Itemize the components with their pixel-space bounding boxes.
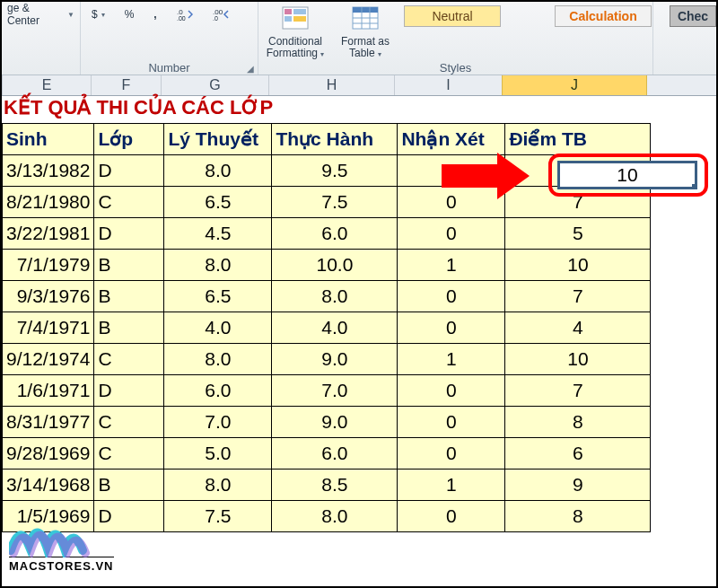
- column-header-E[interactable]: E: [2, 75, 91, 95]
- cell[interactable]: 1/5/1969: [3, 501, 94, 532]
- cell[interactable]: 0: [398, 187, 505, 218]
- cell[interactable]: D: [94, 501, 164, 532]
- cell[interactable]: 0: [398, 375, 505, 407]
- cell[interactable]: 9: [505, 470, 651, 501]
- cell[interactable]: 8.0: [164, 250, 272, 281]
- table-row: 3/13/1982D8.09.510: [3, 155, 651, 187]
- cell[interactable]: 4.0: [272, 312, 398, 344]
- cell[interactable]: 8.5: [272, 470, 398, 501]
- currency-button[interactable]: $▾: [86, 4, 110, 24]
- cell[interactable]: 1: [398, 344, 505, 375]
- column-header-G[interactable]: G: [161, 75, 268, 95]
- cell[interactable]: 0: [398, 438, 505, 470]
- cell[interactable]: 3/14/1968: [3, 470, 94, 501]
- comma-button[interactable]: ,: [148, 4, 162, 24]
- column-header-J[interactable]: J: [502, 75, 647, 95]
- hdr-nhanxet[interactable]: Nhận Xét: [398, 124, 505, 155]
- cell[interactable]: B: [94, 281, 164, 312]
- cell[interactable]: C: [94, 438, 164, 470]
- cell[interactable]: 8.0: [164, 344, 272, 375]
- cell[interactable]: 3/22/1981: [3, 218, 94, 250]
- cell[interactable]: D: [94, 155, 164, 187]
- cell[interactable]: 8/31/1977: [3, 407, 94, 438]
- cell[interactable]: 9/3/1976: [3, 281, 94, 312]
- cell[interactable]: 0: [398, 501, 505, 532]
- cell[interactable]: 8.0: [164, 470, 272, 501]
- hdr-lop[interactable]: Lớp: [94, 124, 164, 155]
- cell[interactable]: 7: [505, 187, 651, 218]
- styles-group-label: Styles: [258, 61, 652, 75]
- cell[interactable]: 6.0: [164, 375, 272, 407]
- dialog-launcher-icon[interactable]: ◢: [247, 64, 254, 74]
- style-neutral[interactable]: Neutral: [404, 5, 501, 27]
- cell[interactable]: 4: [505, 312, 651, 344]
- cell[interactable]: 8: [505, 501, 651, 532]
- cell[interactable]: [398, 155, 505, 187]
- style-calculation[interactable]: Calculation: [555, 5, 652, 27]
- cell[interactable]: 5.0: [164, 438, 272, 470]
- cell[interactable]: 1: [398, 470, 505, 501]
- cell[interactable]: 7.5: [164, 501, 272, 532]
- cell[interactable]: B: [94, 250, 164, 281]
- cell[interactable]: B: [94, 312, 164, 344]
- format-as-table-button[interactable]: Format asTable ▾: [334, 4, 397, 59]
- cell[interactable]: 9.5: [272, 155, 398, 187]
- active-cell[interactable]: 10: [557, 161, 697, 189]
- cell[interactable]: 0: [398, 281, 505, 312]
- cell[interactable]: 10.0: [272, 250, 398, 281]
- cell[interactable]: 7.5: [272, 187, 398, 218]
- style-check-cell[interactable]: Chec: [670, 5, 716, 27]
- hdr-sinh[interactable]: Sinh: [3, 124, 94, 155]
- cell[interactable]: 7: [505, 281, 651, 312]
- cell[interactable]: 7/1/1979: [3, 250, 94, 281]
- cell[interactable]: 9.0: [272, 344, 398, 375]
- cell[interactable]: 7/4/1971: [3, 312, 94, 344]
- cell[interactable]: 7.0: [164, 407, 272, 438]
- hdr-lythuyet[interactable]: Lý Thuyết: [164, 124, 272, 155]
- hdr-thuchanh[interactable]: Thực Hành: [272, 124, 398, 155]
- cell[interactable]: C: [94, 187, 164, 218]
- cell[interactable]: 7.0: [272, 375, 398, 407]
- cell[interactable]: 9/28/1969: [3, 438, 94, 470]
- percent-button[interactable]: %: [119, 4, 140, 24]
- cell[interactable]: 8.0: [164, 155, 272, 187]
- cell[interactable]: 1/6/1971: [3, 375, 94, 407]
- cell[interactable]: 3/13/1982: [3, 155, 94, 187]
- increase-decimal-button[interactable]: .0.00: [171, 4, 198, 24]
- cell[interactable]: 6.5: [164, 187, 272, 218]
- hdr-diemtb[interactable]: Điểm TB: [505, 124, 651, 155]
- cell[interactable]: 5: [505, 218, 651, 250]
- cell[interactable]: 10: [505, 344, 651, 375]
- conditional-formatting-button[interactable]: ConditionalFormatting ▾: [264, 4, 327, 59]
- table-row: 7/1/1979B8.010.0110: [3, 250, 651, 281]
- cell[interactable]: 6.5: [164, 281, 272, 312]
- column-header-I[interactable]: I: [394, 75, 502, 95]
- cell[interactable]: 9.0: [272, 407, 398, 438]
- cell[interactable]: 0: [398, 312, 505, 344]
- cell[interactable]: D: [94, 375, 164, 407]
- column-header-F[interactable]: F: [91, 75, 161, 95]
- cell[interactable]: 8.0: [272, 281, 398, 312]
- cell[interactable]: 10: [505, 250, 651, 281]
- cell[interactable]: 8/21/1980: [3, 187, 94, 218]
- cell[interactable]: 6.0: [272, 218, 398, 250]
- cell[interactable]: 6.0: [272, 438, 398, 470]
- cell[interactable]: 8: [505, 407, 651, 438]
- cell[interactable]: 1: [398, 250, 505, 281]
- decrease-decimal-button[interactable]: .00.0: [207, 4, 234, 24]
- cell[interactable]: C: [94, 407, 164, 438]
- cell[interactable]: 6: [505, 438, 651, 470]
- cell[interactable]: 0: [398, 218, 505, 250]
- cell[interactable]: B: [94, 470, 164, 501]
- cell[interactable]: 4.5: [164, 218, 272, 250]
- column-header-H[interactable]: H: [268, 75, 394, 95]
- cell[interactable]: C: [94, 344, 164, 375]
- cell[interactable]: 8.0: [272, 501, 398, 532]
- fill-handle[interactable]: [692, 184, 697, 189]
- cell[interactable]: 0: [398, 407, 505, 438]
- cell[interactable]: 9/12/1974: [3, 344, 94, 375]
- cell[interactable]: 4.0: [164, 312, 272, 344]
- cell[interactable]: D: [94, 218, 164, 250]
- cell[interactable]: 7: [505, 375, 651, 407]
- merge-center-button[interactable]: ge & Center ▼: [2, 4, 80, 24]
